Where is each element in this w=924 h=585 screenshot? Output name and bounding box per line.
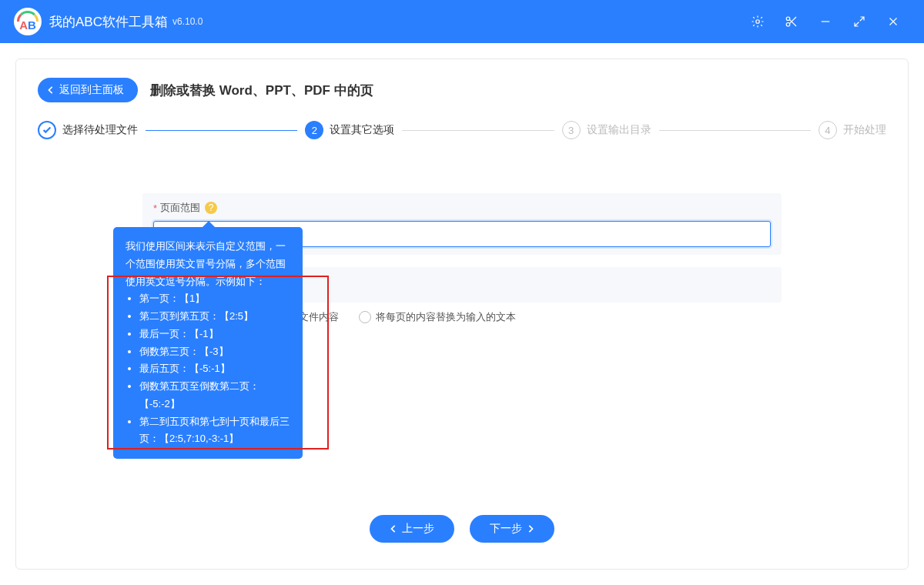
footer-nav: 上一步 下一步 (38, 515, 886, 550)
tooltip-item: 倒数第三页：【-3】 (139, 343, 290, 361)
minimize-button[interactable] (808, 0, 842, 43)
step-1-label: 选择待处理文件 (62, 123, 138, 137)
tooltip-item: 第二到五页和第七到十页和最后三页：【2:5,7:10,-3:-1】 (139, 413, 290, 449)
step-3-label: 设置输出目录 (587, 123, 651, 137)
radio-opt2-label: 将每页的内容替换为输入的文本 (376, 310, 516, 324)
settings-button[interactable] (741, 0, 775, 43)
radio-replace-text[interactable]: 将每页的内容替换为输入的文本 (359, 310, 516, 324)
step-2-label: 设置其它选项 (330, 123, 394, 137)
form-area: * 页面范围 ? 的文件内容 将每页的内容替换为输入的文本 我们使用区间来表示自… (142, 193, 782, 324)
tooltip-list: 第一页：【1】 第二页到第五页：【2:5】 最后一页：【-1】 倒数第三页：【-… (126, 290, 290, 448)
next-button[interactable]: 下一步 (470, 515, 554, 543)
page-range-tooltip: 我们使用区间来表示自定义范围，一个范围使用英文冒号分隔，多个范围使用英文逗号分隔… (113, 227, 303, 459)
required-mark: * (153, 202, 157, 214)
prev-label: 上一步 (402, 522, 434, 536)
minimize-icon (819, 15, 832, 28)
scissors-icon (785, 15, 798, 28)
prev-button[interactable]: 上一步 (370, 515, 454, 543)
gear-icon (751, 15, 765, 28)
step-4-label: 开始处理 (843, 123, 886, 137)
tools-button[interactable] (775, 0, 808, 43)
app-title: 我的ABC软件工具箱 (49, 13, 168, 31)
next-label: 下一步 (490, 522, 522, 536)
tooltip-item: 第一页：【1】 (139, 290, 290, 308)
tooltip-intro: 我们使用区间来表示自定义范围，一个范围使用英文冒号分隔，多个范围使用英文逗号分隔… (126, 238, 290, 290)
step-4[interactable]: 4 开始处理 (819, 121, 886, 139)
tooltip-item: 第二页到第五页：【2:5】 (139, 308, 290, 326)
step-3[interactable]: 3 设置输出目录 (562, 121, 651, 139)
maximize-icon (852, 15, 866, 28)
tooltip-item: 倒数第五页至倒数第二页：【-5:-2】 (139, 378, 290, 413)
tooltip-item: 最后一页：【-1】 (139, 326, 290, 343)
app-version: v6.10.0 (172, 16, 203, 27)
app-logo: AB (14, 8, 42, 35)
help-icon[interactable]: ? (205, 202, 217, 214)
back-button[interactable]: 返回到主面板 (38, 78, 138, 102)
svg-point-0 (756, 20, 760, 24)
step-1[interactable]: 选择待处理文件 (38, 121, 138, 139)
step-2[interactable]: 2 设置其它选项 (305, 121, 394, 139)
close-icon (886, 15, 900, 28)
back-label: 返回到主面板 (59, 83, 124, 97)
maximize-button[interactable] (842, 0, 876, 43)
page-title: 删除或替换 Word、PPT、PDF 中的页 (150, 82, 373, 99)
chevron-left-icon (390, 524, 397, 533)
page-range-label: 页面范围 (160, 201, 200, 215)
chevron-right-icon (527, 524, 534, 533)
tooltip-item: 最后五页：【-5:-1】 (139, 360, 290, 378)
main-card: 返回到主面板 删除或替换 Word、PPT、PDF 中的页 选择待处理文件 2 … (15, 58, 909, 570)
stepper: 选择待处理文件 2 设置其它选项 3 设置输出目录 4 开始处理 (38, 121, 886, 139)
chevron-left-icon (47, 85, 55, 95)
check-icon (42, 125, 52, 135)
close-button[interactable] (876, 0, 910, 43)
title-bar: AB 我的ABC软件工具箱 v6.10.0 (0, 0, 924, 43)
